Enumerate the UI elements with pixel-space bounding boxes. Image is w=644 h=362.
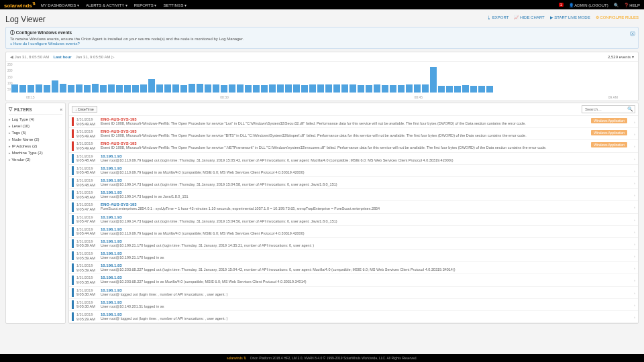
chart-bar[interactable] (446, 86, 453, 93)
chart-bar[interactable] (68, 85, 74, 93)
nav-dashboards[interactable]: MY DASHBOARDS ▾ (41, 3, 79, 7)
sort-button[interactable]: ↓ DateTime (72, 106, 97, 113)
nav-alerts[interactable]: ALERTS & ACTIVITY ▾ (86, 3, 127, 7)
chart-bar[interactable] (374, 84, 380, 93)
chart-bar[interactable] (422, 84, 429, 93)
chart-bar[interactable] (205, 84, 211, 93)
log-row[interactable]: 1/31/20199:05:47 AM10.196.1.93User root@… (69, 214, 638, 226)
chart-bar[interactable] (84, 85, 91, 93)
expand-icon[interactable]: › (634, 169, 635, 173)
chart-bar[interactable] (245, 85, 252, 93)
search-icon[interactable]: 🔍 (614, 3, 619, 7)
expand-icon[interactable]: › (634, 315, 635, 319)
chart-bar[interactable] (277, 84, 284, 93)
chart-bar[interactable] (44, 85, 50, 93)
chart-bar[interactable] (382, 85, 388, 93)
expand-icon[interactable]: › (634, 266, 635, 270)
chart-bar[interactable] (470, 86, 477, 93)
live-mode-button[interactable]: ▶ START LIVE MODE (550, 15, 590, 19)
chart-bar[interactable] (60, 84, 66, 93)
chart-bar[interactable] (189, 84, 195, 93)
chart-bar[interactable] (366, 85, 372, 93)
chart-bar[interactable] (237, 84, 244, 93)
help-link[interactable]: ❓ HELP (624, 3, 640, 7)
chart-bar[interactable] (269, 84, 276, 93)
time-from[interactable]: ◀ Jan 31, 8:05:50 AM (10, 54, 49, 59)
log-row[interactable]: 1/31/20199:05:29 AM10.196.1.93User root@… (69, 311, 638, 323)
expand-icon[interactable]: › (634, 218, 635, 222)
filter-item[interactable]: IP Address (2) (9, 143, 62, 149)
chart-bar[interactable] (406, 84, 413, 93)
expand-icon[interactable]: › (634, 144, 635, 148)
expand-icon[interactable]: › (634, 291, 635, 295)
filter-item[interactable]: Vendor (2) (9, 156, 62, 163)
expand-icon[interactable]: › (634, 254, 635, 258)
event-count[interactable]: 2,529 events ▾ (608, 54, 634, 59)
chart-bar[interactable] (350, 84, 356, 93)
user-menu[interactable]: 👤 ADMIN (LOGOUT) (569, 3, 608, 7)
log-row[interactable]: 1/31/20199:05:39 AM10.196.1.93User root@… (69, 262, 638, 274)
chart-bar[interactable] (52, 80, 58, 93)
expand-icon[interactable]: › (634, 205, 635, 209)
expand-icon[interactable]: › (634, 303, 635, 307)
chart-bar[interactable] (229, 84, 235, 93)
expand-icon[interactable]: › (634, 157, 635, 161)
close-icon[interactable]: ⓧ (630, 30, 635, 38)
chart-bar[interactable] (462, 85, 469, 93)
chart-bar[interactable] (156, 84, 163, 93)
expand-icon[interactable]: › (634, 193, 635, 197)
chart-bar[interactable] (293, 84, 300, 93)
expand-icon[interactable]: › (634, 181, 635, 185)
chart-bar[interactable] (180, 85, 187, 93)
time-to[interactable]: Jan 31, 9:05:50 AM ▷ (76, 54, 115, 59)
log-row[interactable]: 1/31/20199:05:48 AM10.196.1.93User root@… (69, 177, 638, 189)
expand-icon[interactable]: › (634, 278, 635, 282)
chart-bar[interactable] (390, 85, 396, 93)
chart-bar[interactable] (309, 84, 316, 93)
histogram-chart[interactable]: 25020015010050 (6, 62, 638, 95)
log-row[interactable]: 1/31/20199:05:30 AM10.196.1.93User root@… (69, 287, 638, 299)
log-row[interactable]: 1/31/20199:05:30 AM10.196.1.93User root@… (69, 299, 638, 311)
chart-bar[interactable] (148, 79, 155, 93)
log-row[interactable]: 1/31/20199:05:39 AM10.196.1.93User root@… (69, 238, 638, 250)
log-row[interactable]: 1/31/20199:05:48 AM10.196.1.93User root@… (69, 165, 638, 177)
filter-item[interactable]: Tags (5) (9, 129, 62, 136)
log-row[interactable]: 1/31/20199:05:48 AM10.196.1.93User root@… (69, 189, 638, 201)
chart-bar[interactable] (253, 85, 260, 93)
expand-icon[interactable]: › (634, 230, 635, 234)
chart-bar[interactable] (28, 85, 34, 93)
expand-icon[interactable]: › (634, 242, 635, 246)
chart-bar[interactable] (164, 84, 171, 93)
log-row[interactable]: 1/31/20199:05:44 AM10.196.1.93User root@… (69, 226, 638, 238)
configure-rules-button[interactable]: ⚙ CONFIGURE RULES (596, 15, 639, 19)
expand-icon[interactable]: › (634, 132, 635, 136)
chart-bar[interactable] (116, 85, 123, 93)
chart-bar[interactable] (197, 84, 203, 93)
log-row[interactable]: 1/31/20199:05:49 AMENG-AUS-SYS-193Event … (69, 128, 638, 140)
chart-bar[interactable] (438, 86, 445, 93)
filter-item[interactable]: Level (10) (9, 123, 62, 129)
chart-bar[interactable] (132, 85, 139, 93)
chart-bar[interactable] (414, 84, 421, 93)
log-row[interactable]: 1/31/20199:05:48 AM10.196.1.93User root@… (69, 153, 638, 165)
nav-settings[interactable]: SETTINGS ▾ (163, 3, 186, 7)
log-row[interactable]: 1/31/20199:05:49 AMENG-AUS-SYS-193Event … (69, 140, 638, 152)
chart-bar[interactable] (398, 85, 405, 93)
chart-bar[interactable] (36, 84, 42, 93)
collapse-filters-icon[interactable]: « (60, 107, 62, 112)
chart-bar[interactable] (325, 84, 332, 93)
chart-bar[interactable] (430, 67, 437, 93)
chart-bar[interactable] (172, 84, 179, 93)
filter-item[interactable]: Log Type (4) (9, 116, 62, 123)
chart-bar[interactable] (333, 84, 340, 93)
chart-bar[interactable] (19, 85, 26, 93)
chart-bar[interactable] (124, 85, 131, 93)
search-icon[interactable]: 🔍 (627, 107, 633, 112)
chart-bar[interactable] (140, 84, 147, 93)
chart-bar[interactable] (301, 85, 308, 93)
chart-bar[interactable] (341, 84, 348, 93)
expand-icon[interactable]: › (634, 120, 635, 124)
notification-badge[interactable]: 1 (559, 3, 564, 7)
info-link[interactable]: » How do I configure Windows events? (10, 42, 80, 46)
log-row[interactable]: 1/31/20199:05:39 AM10.196.1.93User root@… (69, 250, 638, 262)
